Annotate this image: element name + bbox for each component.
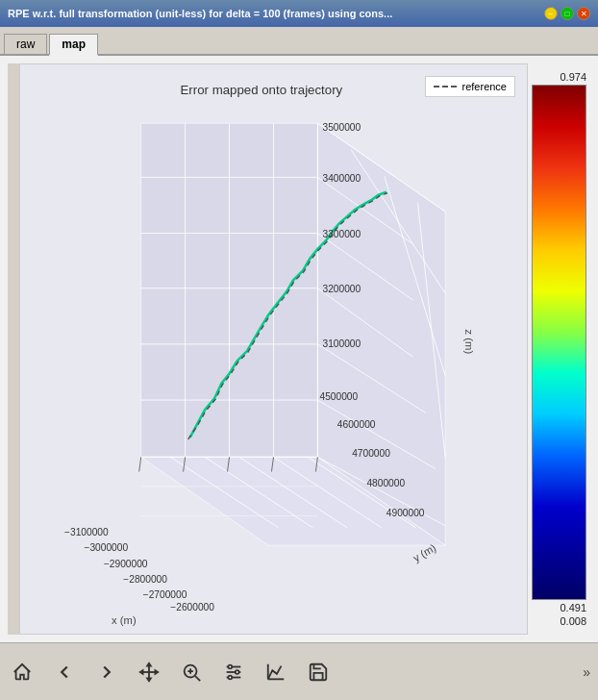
y-tick-1: 4800000 [366,478,405,488]
minimize-button[interactable]: − [544,7,558,20]
x-tick-5: −2600000 [170,602,214,612]
x-axis-label: x (m) [112,614,137,626]
pan-button[interactable] [135,658,163,687]
tab-bar: raw map [0,27,598,56]
z-tick-0: 3500000 [323,122,361,133]
z-tick-1: 3400000 [323,173,361,184]
plot-title: Error mapped onto trajectory [181,83,343,97]
colorbar-panel: 0.974 0.491 0.008 [528,63,590,635]
z-axis-label: z (m) [463,330,475,355]
save-button[interactable] [304,658,333,687]
home-button[interactable] [8,658,37,687]
x-tick-2: −2900000 [104,559,148,569]
x-tick-4: −2700000 [143,589,187,600]
tab-raw[interactable]: raw [4,34,47,54]
svg-point-47 [229,675,233,679]
colorbar-top-label: 0.974 [532,71,586,83]
legend-dash-icon [434,86,457,88]
y-tick-0: 4900000 [386,508,425,518]
left-panel [8,63,19,635]
back-button[interactable] [50,658,79,687]
window-title: RPE w.r.t. full transformation (unit-les… [8,8,392,19]
colorbar-mid-label: 0.491 [532,602,586,613]
y-tick-3: 4600000 [337,419,376,430]
main-content: reference Error mapped onto trajectory [0,56,598,642]
y-tick-4: 4500000 [319,391,358,402]
zoom-button[interactable] [177,658,206,687]
z-tick-3: 3200000 [323,284,361,294]
x-tick-1: −3000000 [85,542,129,553]
plot-inner: reference Error mapped onto trajectory [20,64,527,634]
forward-button[interactable] [92,658,121,687]
close-button[interactable]: ✕ [577,7,590,20]
z-tick-4: 3100000 [323,338,361,349]
tab-map[interactable]: map [49,34,98,56]
axes-button[interactable] [262,658,290,687]
z-tick-2: 3300000 [323,229,361,239]
plot-svg: Error mapped onto trajectory [20,64,527,634]
toolbar: » [0,642,598,700]
toolbar-left [8,658,333,687]
legend-box: reference [425,76,515,97]
maximize-button[interactable]: □ [561,7,574,20]
svg-point-46 [236,670,239,674]
svg-point-45 [229,664,233,668]
legend-label: reference [462,81,507,92]
x-tick-0: −3100000 [64,527,109,538]
window-controls[interactable]: − □ ✕ [544,7,590,20]
svg-line-39 [195,676,200,681]
title-bar: RPE w.r.t. full transformation (unit-les… [0,0,598,27]
more-button[interactable]: » [583,664,590,680]
plot-container[interactable]: reference Error mapped onto trajectory [19,63,528,635]
x-tick-3: −2800000 [123,574,167,585]
configure-button[interactable] [219,658,248,687]
colorbar-gradient [532,85,586,600]
y-tick-2: 4700000 [352,448,390,459]
colorbar-bottom-label: 0.008 [532,615,586,627]
